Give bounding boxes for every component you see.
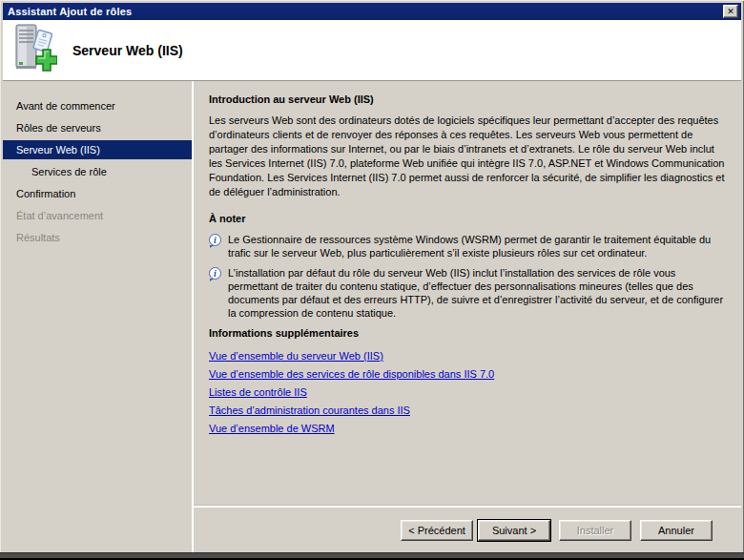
link-taches-administration-iis[interactable]: Tâches d’administration courantes dans I… bbox=[209, 402, 410, 420]
window-bottom-border bbox=[0, 552, 744, 560]
additional-info-links: Vue d’ensemble du serveur Web (IIS) Vue … bbox=[209, 347, 728, 438]
sidebar-item-confirmation[interactable]: Confirmation bbox=[3, 184, 192, 203]
title-bar: Assistant Ajout de rôles ✕ bbox=[3, 3, 741, 20]
note-text: Le Gestionnaire de ressources système Wi… bbox=[228, 233, 728, 259]
links-heading: Informations supplémentaires bbox=[209, 326, 728, 341]
add-roles-wizard-window: Assistant Ajout de rôles ✕ bbox=[0, 0, 744, 560]
info-balloon-icon: i bbox=[209, 234, 221, 246]
wizard-steps-sidebar: Avant de commencer Rôles de serveurs Ser… bbox=[3, 81, 194, 552]
info-balloon-icon: i bbox=[209, 267, 221, 280]
link-listes-controle-iis[interactable]: Listes de contrôle IIS bbox=[209, 384, 307, 402]
link-vue-ensemble-serveur-web[interactable]: Vue d’ensemble du serveur Web (IIS) bbox=[209, 347, 383, 365]
sidebar-item-avant-de-commencer[interactable]: Avant de commencer bbox=[3, 96, 192, 115]
sidebar-item-etat-avancement: État d’avancement bbox=[3, 206, 192, 225]
intro-paragraph: Les serveurs Web sont des ordinateurs do… bbox=[209, 114, 728, 199]
notes-heading: À noter bbox=[209, 212, 728, 226]
note-item: i Le Gestionnaire de ressources système … bbox=[209, 233, 728, 259]
cancel-button[interactable]: Annuler bbox=[640, 520, 713, 541]
next-button[interactable]: Suivant > bbox=[478, 520, 550, 541]
page-content: Introduction au serveur Web (IIS) Les se… bbox=[194, 81, 741, 505]
sidebar-item-roles-de-serveurs[interactable]: Rôles de serveurs bbox=[3, 118, 192, 137]
page-title: Serveur Web (IIS) bbox=[72, 43, 183, 58]
link-vue-ensemble-services-role[interactable]: Vue d’ensemble des services de rôle disp… bbox=[209, 365, 494, 384]
wizard-page: Introduction au serveur Web (IIS) Les se… bbox=[194, 81, 741, 552]
previous-button[interactable]: < Précédent bbox=[401, 520, 473, 541]
note-item: i L’installation par défaut du rôle du s… bbox=[209, 266, 728, 320]
button-bar: < Précédent Suivant > Installer Annuler bbox=[194, 508, 741, 552]
sidebar-item-services-de-role[interactable]: Services de rôle bbox=[3, 162, 192, 181]
sidebar-item-resultats: Résultats bbox=[3, 228, 192, 247]
server-add-icon bbox=[11, 24, 57, 79]
close-icon[interactable]: ✕ bbox=[723, 5, 738, 18]
install-button: Installer bbox=[559, 520, 631, 541]
note-text: L’installation par défaut du rôle du ser… bbox=[228, 266, 728, 320]
wizard-body: Avant de commencer Rôles de serveurs Ser… bbox=[3, 81, 741, 552]
window-title: Assistant Ajout de rôles bbox=[8, 6, 723, 17]
sidebar-item-serveur-web-iis[interactable]: Serveur Web (IIS) bbox=[3, 140, 192, 159]
link-vue-ensemble-wsrm[interactable]: Vue d’ensemble de WSRM bbox=[209, 420, 335, 438]
intro-heading: Introduction au serveur Web (IIS) bbox=[209, 93, 728, 107]
wizard-header: Serveur Web (IIS) bbox=[3, 20, 741, 81]
